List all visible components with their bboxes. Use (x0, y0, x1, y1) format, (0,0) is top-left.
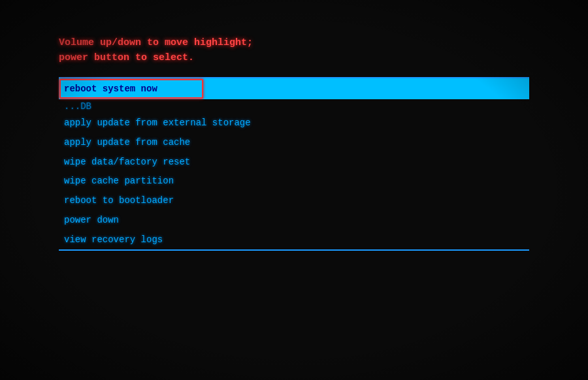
menu-item-highlighted[interactable]: reboot system now (59, 78, 529, 99)
recovery-screen: Volume up/down to move highlight; power … (0, 0, 588, 380)
instruction-line2: power button to select. (59, 51, 529, 66)
highlighted-item-text: reboot system now (59, 78, 163, 99)
menu-item-0[interactable]: apply update from external storage (59, 114, 529, 133)
partial-item-text: ...DB (59, 99, 97, 114)
menu-item-6[interactable]: view recovery logs (59, 230, 529, 250)
menu-item-text-0: apply update from external storage (59, 114, 256, 133)
menu-item-1[interactable]: apply update from cache (59, 133, 529, 153)
menu-item-2[interactable]: wipe data/factory reset (59, 153, 529, 172)
menu-item-3[interactable]: wipe cache partition (59, 172, 529, 191)
menu-item-5[interactable]: power down (59, 211, 529, 230)
menu-item-text-3: wipe cache partition (59, 172, 179, 191)
menu-item-text-6: view recovery logs (59, 230, 168, 250)
instruction-text: Volume up/down to move highlight; power … (59, 36, 529, 65)
menu-item-partial[interactable]: ...DB (59, 99, 529, 114)
menu-item-text-5: power down (59, 211, 124, 230)
menu-item-text-2: wipe data/factory reset (59, 153, 195, 172)
content-area: Volume up/down to move highlight; power … (59, 36, 529, 249)
menu-item-4[interactable]: reboot to bootloader (59, 191, 529, 211)
instruction-line1: Volume up/down to move highlight; (59, 36, 529, 51)
menu-item-text-1: apply update from cache (59, 133, 195, 153)
menu-item-text-4: reboot to bootloader (59, 191, 179, 211)
menu-container: reboot system now ...DB apply update fro… (59, 77, 529, 251)
